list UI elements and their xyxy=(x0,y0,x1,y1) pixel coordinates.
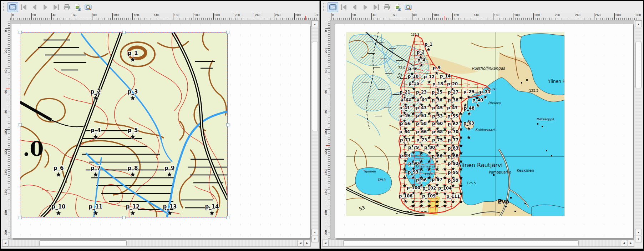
sample-point-label: p_51 xyxy=(416,113,427,119)
hruler-label: 40 xyxy=(51,13,56,20)
print-button[interactable] xyxy=(62,2,72,12)
sample-point-label: p_4 xyxy=(91,127,101,134)
sample-point-label: p_29 xyxy=(463,89,474,95)
sample-point-label: p_6 xyxy=(408,66,416,71)
export-image-button[interactable] xyxy=(392,2,402,12)
ruler-cursor-mark-v xyxy=(326,145,330,146)
go-first-button[interactable] xyxy=(19,2,29,12)
hruler-label: 180 xyxy=(193,13,199,20)
zoom-full-button[interactable] xyxy=(83,2,93,12)
vruler-label: 20 xyxy=(4,48,7,55)
scroll-down-button[interactable]: ▼ xyxy=(311,236,318,242)
sample-point-label: p_1 xyxy=(128,50,138,56)
go-previous-button[interactable] xyxy=(30,2,40,12)
scroll-left-button-2[interactable]: ◀ xyxy=(621,240,627,246)
sample-point-label: p_62 xyxy=(448,121,458,127)
map-place-label: Keskinen xyxy=(517,168,534,173)
selection-handle[interactable] xyxy=(226,123,229,126)
sample-point-label: p_8 xyxy=(128,165,138,171)
sample-point-label: p_90 xyxy=(408,161,419,166)
map-place-label: Pumppuamo xyxy=(489,170,511,174)
scroll-left-button-2[interactable]: ◀ xyxy=(297,240,304,246)
selection-handle[interactable] xyxy=(19,31,22,34)
sample-point-label: p_31 xyxy=(480,89,491,95)
map-item[interactable]: 135.372.053Rusthollinkangas141.39Ylinen … xyxy=(346,32,564,216)
sample-point-label: p_2 xyxy=(417,50,425,55)
vruler-label: 100 xyxy=(4,129,7,136)
scroll-up-button-2[interactable]: ▲ xyxy=(635,229,642,235)
sample-point-label: p_71 xyxy=(400,137,411,143)
selection-handle[interactable] xyxy=(122,31,126,34)
go-first-icon xyxy=(340,3,348,11)
scroll-right-button[interactable]: ▶ xyxy=(628,240,634,246)
zoom-full-button[interactable] xyxy=(403,2,413,12)
horizontal-scroll-thumb[interactable] xyxy=(343,240,579,246)
sample-point-label: p_11 xyxy=(88,204,102,210)
go-previous-icon xyxy=(351,3,359,11)
export-image-button[interactable] xyxy=(72,2,82,12)
toolbar-grip[interactable] xyxy=(323,3,326,11)
scroll-up-button[interactable]: ▲ xyxy=(635,21,642,27)
selection-handle[interactable] xyxy=(19,216,22,219)
selection-handle[interactable] xyxy=(19,123,22,126)
composition-canvas[interactable]: .0p_1p_2p_3p_4p_5p_6p_7p_8p_9p_10p_11p_1… xyxy=(10,20,311,242)
vertical-scroll-thumb[interactable] xyxy=(635,42,642,88)
print-button[interactable] xyxy=(382,2,392,12)
sample-point-label: p_47 xyxy=(447,105,458,111)
scroll-left-button[interactable]: ◀ xyxy=(322,240,329,246)
go-next-button[interactable] xyxy=(360,2,370,12)
selection-handle[interactable] xyxy=(226,216,229,219)
go-last-button[interactable] xyxy=(51,2,61,12)
vruler-label: 160 xyxy=(4,189,7,196)
map-place-label: 135.3 xyxy=(411,33,419,36)
go-previous-button[interactable] xyxy=(350,2,360,12)
sample-point-label: p_15 xyxy=(409,81,419,86)
map-item-selected[interactable]: .0p_1p_2p_3p_4p_5p_6p_7p_8p_9p_10p_11p_1… xyxy=(20,32,228,217)
composer-toolbar xyxy=(322,2,642,12)
sample-point-label: p_66 xyxy=(416,129,427,135)
hruler-label: 240 xyxy=(574,13,580,20)
sample-point-label: p_68 xyxy=(432,129,443,135)
sample-point-label: p_84 xyxy=(400,153,411,159)
vertical-scrollbar[interactable]: ▲▲▼ xyxy=(635,20,642,242)
scroll-down-button[interactable]: ▼ xyxy=(635,236,642,242)
selection-handle[interactable] xyxy=(122,216,126,219)
vertical-scroll-thumb[interactable] xyxy=(312,42,318,131)
selection-handle[interactable] xyxy=(226,31,229,34)
sample-point-label: p_40 xyxy=(472,97,483,103)
sample-point-label: p_12 xyxy=(424,74,435,80)
composer-manager-button[interactable] xyxy=(7,2,18,12)
sample-point-label: p_104 xyxy=(438,186,452,191)
go-last-icon xyxy=(52,3,60,11)
sample-point-label: p_53 xyxy=(432,114,443,119)
sample-point-label: p_12 xyxy=(126,204,140,210)
scroll-up-button-2[interactable]: ▲ xyxy=(311,229,318,235)
composer-manager-button[interactable] xyxy=(328,2,338,12)
toolbar-grip[interactable] xyxy=(3,3,6,11)
composition-canvas[interactable]: 135.372.053Rusthollinkangas141.39Ylinen … xyxy=(330,20,634,242)
sample-point-label: p_83 xyxy=(448,146,458,151)
scroll-up-button[interactable]: ▲ xyxy=(311,21,318,27)
horizontal-scrollbar[interactable]: ◀◀▶ xyxy=(322,240,634,247)
hruler-label: 60 xyxy=(392,13,396,20)
vertical-scrollbar[interactable]: ▲▲▼ xyxy=(311,20,319,242)
hruler-label: 200 xyxy=(533,13,540,20)
hruler-label: 100 xyxy=(112,13,119,20)
vruler-label: 180 xyxy=(324,209,328,216)
go-first-button[interactable] xyxy=(339,2,349,12)
vruler-label: 100 xyxy=(324,129,328,136)
horizontal-scrollbar[interactable]: ◀◀▶ xyxy=(2,240,311,247)
sample-point-label: p_100 xyxy=(407,185,420,191)
go-next-button[interactable] xyxy=(40,2,50,12)
map-place-label: Alinen Rautjärvi xyxy=(457,162,503,169)
ruler-cursor-mark-h xyxy=(305,16,306,20)
ruler-corner xyxy=(322,13,330,20)
scroll-left-button[interactable]: ◀ xyxy=(2,240,9,246)
hruler-label: 60 xyxy=(72,13,76,20)
scroll-right-button[interactable]: ▶ xyxy=(304,240,310,246)
sample-point-label: p_70 xyxy=(448,129,458,135)
horizontal-scroll-thumb[interactable] xyxy=(39,240,127,246)
sample-point-label: p_86 xyxy=(432,154,442,159)
vruler-label: 40 xyxy=(324,68,328,75)
go-last-button[interactable] xyxy=(371,2,381,12)
